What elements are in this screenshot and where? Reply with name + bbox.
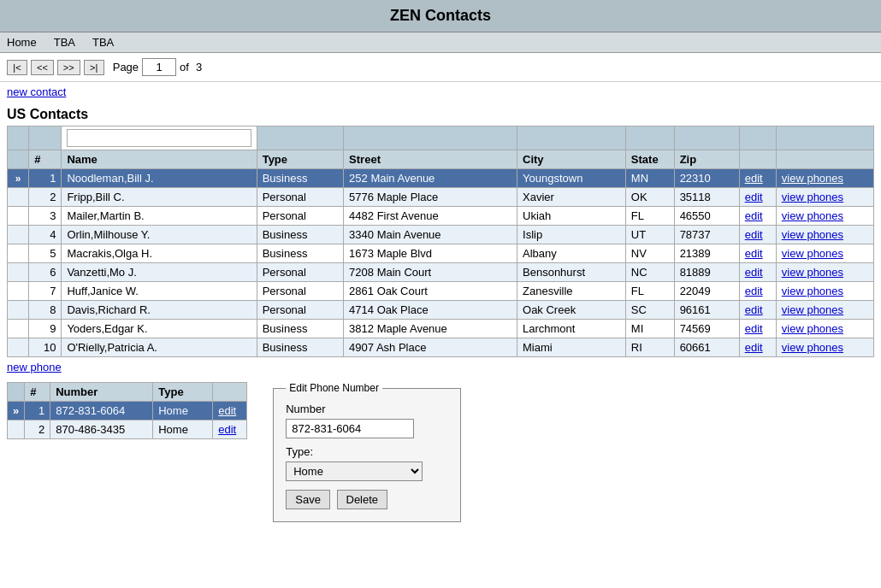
menu-tba-1[interactable]: TBA [54, 36, 75, 49]
edit-link[interactable]: edit [745, 341, 763, 354]
row-zip: 96161 [674, 301, 739, 320]
edit-link[interactable]: edit [745, 191, 763, 203]
phone-edit-link[interactable]: edit [218, 404, 236, 417]
row-type: Business [257, 226, 343, 244]
row-edit-cell[interactable]: edit [739, 169, 776, 188]
edit-link[interactable]: edit [745, 285, 763, 297]
view-phones-cell[interactable]: view phones [776, 338, 873, 357]
row-street: 4907 Ash Place [344, 338, 517, 357]
view-phones-cell[interactable]: view phones [776, 301, 873, 320]
view-phones-link[interactable]: view phones [782, 341, 843, 354]
row-edit-cell[interactable]: edit [739, 338, 776, 357]
row-arrow [8, 338, 29, 357]
row-city: Miami [517, 338, 626, 357]
edit-link[interactable]: edit [745, 266, 763, 279]
edit-link[interactable]: edit [745, 228, 763, 241]
phone-row-arrow: » [8, 402, 25, 420]
list-item[interactable]: 2870-486-3435Homeedit [8, 420, 247, 439]
prev-page-button[interactable]: << [31, 60, 54, 75]
list-item[interactable]: »1872-831-6064Homeedit [8, 402, 247, 420]
view-phones-link[interactable]: view phones [782, 191, 843, 203]
row-edit-cell[interactable]: edit [739, 188, 776, 207]
view-phones-cell[interactable]: view phones [776, 244, 873, 263]
page-number-input[interactable] [142, 58, 176, 76]
phone-row-edit-cell[interactable]: edit [213, 402, 247, 420]
view-phones-cell[interactable]: view phones [776, 207, 873, 226]
view-phones-cell[interactable]: view phones [776, 226, 873, 244]
phone-number-input[interactable] [286, 419, 414, 438]
row-state: FL [625, 282, 674, 301]
row-city: Xavier [517, 188, 626, 207]
view-phones-cell[interactable]: view phones [776, 320, 873, 338]
next-page-button[interactable]: >> [57, 60, 80, 75]
table-row[interactable]: 7Huff,Janice W.Personal2861 Oak CourtZan… [8, 282, 874, 301]
view-phones-link[interactable]: view phones [782, 228, 843, 241]
view-phones-cell[interactable]: view phones [776, 263, 873, 282]
row-edit-cell[interactable]: edit [739, 226, 776, 244]
row-arrow: » [8, 169, 29, 188]
menu-tba-2[interactable]: TBA [92, 36, 114, 49]
table-row[interactable]: 5Macrakis,Olga H.Business1673 Maple Blvd… [8, 244, 874, 263]
app-title: ZEN Contacts [0, 0, 881, 32]
row-num: 5 [29, 244, 62, 263]
view-phones-cell[interactable]: view phones [776, 282, 873, 301]
new-phone-link[interactable]: new phone [0, 357, 881, 377]
view-phones-cell[interactable]: view phones [776, 188, 873, 207]
view-phones-link[interactable]: view phones [782, 303, 843, 316]
table-row[interactable]: 8Davis,Richard R.Personal4714 Oak PlaceO… [8, 301, 874, 320]
edit-phone-legend: Edit Phone Number [286, 382, 382, 394]
row-city: Youngstown [517, 169, 626, 188]
row-num: 2 [29, 188, 62, 207]
row-type: Personal [257, 282, 343, 301]
phone-row-edit-cell[interactable]: edit [213, 420, 247, 439]
row-edit-cell[interactable]: edit [739, 320, 776, 338]
phone-row-num: 1 [25, 402, 50, 420]
table-row[interactable]: »1Noodleman,Bill J.Business252 Main Aven… [8, 169, 874, 188]
view-phones-link[interactable]: view phones [782, 209, 843, 222]
table-row[interactable]: 4Orlin,Milhouse Y.Business3340 Main Aven… [8, 226, 874, 244]
row-edit-cell[interactable]: edit [739, 282, 776, 301]
name-filter-input[interactable] [67, 129, 251, 147]
contacts-body: »1Noodleman,Bill J.Business252 Main Aven… [8, 169, 874, 357]
phone-edit-link[interactable]: edit [218, 423, 236, 436]
row-num: 10 [29, 338, 62, 357]
row-edit-cell[interactable]: edit [739, 207, 776, 226]
row-state: UT [625, 226, 674, 244]
phone-type-select[interactable]: HomeWorkMobileOther [286, 462, 423, 481]
table-row[interactable]: 6Vanzetti,Mo J.Personal7208 Main CourtBe… [8, 263, 874, 282]
row-name: Davis,Richard R. [62, 301, 257, 320]
row-num: 4 [29, 226, 62, 244]
edit-link[interactable]: edit [745, 172, 763, 185]
row-state: NV [625, 244, 674, 263]
row-name: Yoders,Edgar K. [62, 320, 257, 338]
view-phones-link[interactable]: view phones [782, 322, 843, 335]
view-phones-link[interactable]: view phones [782, 285, 843, 297]
edit-link[interactable]: edit [745, 247, 763, 260]
row-zip: 81889 [674, 263, 739, 282]
edit-link[interactable]: edit [745, 303, 763, 316]
first-page-button[interactable]: |< [7, 60, 27, 75]
type-label: Type: [286, 445, 448, 458]
table-row[interactable]: 2Fripp,Bill C.Personal5776 Maple PlaceXa… [8, 188, 874, 207]
view-phones-link[interactable]: view phones [782, 266, 843, 279]
table-row[interactable]: 3Mailer,Martin B.Personal4482 First Aven… [8, 207, 874, 226]
save-button[interactable]: Save [286, 490, 330, 509]
pagination-toolbar: |< << >> >| Page of 3 [0, 53, 881, 82]
row-edit-cell[interactable]: edit [739, 301, 776, 320]
menu-bar: Home TBA TBA [0, 32, 881, 53]
edit-link[interactable]: edit [745, 322, 763, 335]
view-phones-link[interactable]: view phones [782, 172, 843, 185]
menu-home[interactable]: Home [7, 36, 37, 49]
row-edit-cell[interactable]: edit [739, 244, 776, 263]
view-phones-link[interactable]: view phones [782, 247, 843, 260]
table-row[interactable]: 10O'Rielly,Patricia A.Business4907 Ash P… [8, 338, 874, 357]
new-contact-link[interactable]: new contact [0, 82, 881, 102]
table-row[interactable]: 9Yoders,Edgar K.Business3812 Maple Avenu… [8, 320, 874, 338]
edit-link[interactable]: edit [745, 209, 763, 222]
delete-button[interactable]: Delete [337, 490, 388, 509]
row-edit-cell[interactable]: edit [739, 263, 776, 282]
row-state: MI [625, 320, 674, 338]
last-page-button[interactable]: >| [84, 60, 104, 75]
view-phones-cell[interactable]: view phones [776, 169, 873, 188]
bottom-section: # Number Type »1872-831-6064Homeedit2870… [0, 377, 881, 527]
